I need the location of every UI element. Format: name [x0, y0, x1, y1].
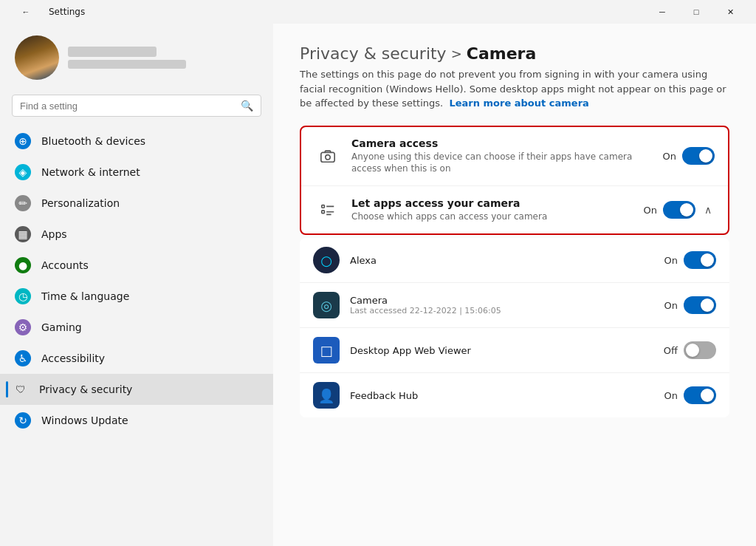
- app-icon-1: ◎: [313, 292, 340, 318]
- app-title: Settings: [49, 7, 85, 17]
- page-description: The settings on this page do not prevent…: [300, 67, 728, 111]
- nav-label-accessibility: Accessibility: [41, 352, 105, 364]
- sidebar-item-apps[interactable]: ▦Apps: [0, 219, 273, 250]
- app-status-3: On: [664, 390, 678, 401]
- app-control-2: Off: [664, 341, 716, 359]
- nav-icon-accounts: ●: [15, 257, 31, 273]
- app-row-3: 👤 Feedback Hub On: [300, 373, 729, 417]
- sidebar-item-accessibility[interactable]: ♿Accessibility: [0, 343, 273, 374]
- app-status-1: On: [664, 300, 678, 311]
- camera-access-control: On: [663, 147, 715, 165]
- camera-access-toggle[interactable]: [682, 147, 715, 165]
- nav-label-time: Time & language: [41, 290, 129, 302]
- titlebar: ← Settings ─ □ ✕: [0, 0, 756, 24]
- app-toggle-2[interactable]: [684, 341, 716, 359]
- close-button[interactable]: ✕: [713, 0, 747, 24]
- app-row-2: □ Desktop App Web Viewer Off: [300, 328, 729, 373]
- app-row-1: ◎ Camera Last accessed 22-12-2022 | 15:0…: [300, 283, 729, 328]
- app-toggle-thumb-2: [686, 344, 699, 357]
- camera-access-text: Camera access Anyone using this device c…: [351, 137, 653, 176]
- maximize-button[interactable]: □: [679, 0, 713, 24]
- app-name-0: Alexa: [350, 255, 654, 266]
- sidebar-item-accounts[interactable]: ●Accounts: [0, 250, 273, 281]
- nav-label-privacy: Privacy & security: [39, 383, 132, 395]
- app-icon-2: □: [313, 337, 340, 364]
- nav-icon-update: ↻: [15, 412, 31, 429]
- app-toggle-1[interactable]: [684, 296, 716, 314]
- nav-icon-privacy: 🛡: [13, 381, 29, 397]
- search-box[interactable]: 🔍: [12, 95, 261, 117]
- nav-label-update: Windows Update: [41, 414, 128, 426]
- nav-icon-time: ◷: [15, 288, 31, 304]
- learn-more-link[interactable]: Learn more about camera: [450, 98, 589, 109]
- app-toggle-thumb-3: [701, 389, 714, 402]
- nav-list: ⊕Bluetooth & devices◈Network & internet✏…: [0, 126, 273, 436]
- app-name-2: Desktop App Web Viewer: [350, 345, 653, 356]
- camera-access-status: On: [663, 151, 676, 162]
- camera-access-title: Camera access: [351, 137, 653, 149]
- sidebar-item-personalization[interactable]: ✏Personalization: [0, 188, 273, 219]
- let-apps-row: Let apps access your camera Choose which…: [301, 186, 728, 233]
- sidebar-item-network[interactable]: ◈Network & internet: [0, 157, 273, 188]
- breadcrumb-sep: >: [451, 46, 462, 61]
- app-text-3: Feedback Hub: [350, 390, 654, 401]
- svg-point-1: [326, 155, 330, 160]
- back-button[interactable]: ←: [9, 0, 43, 24]
- camera-access-toggle-thumb: [699, 149, 712, 163]
- search-container: 🔍: [0, 92, 273, 126]
- user-name: [68, 47, 157, 57]
- app-row-0: ○ Alexa On: [300, 238, 729, 283]
- camera-access-row: Camera access Anyone using this device c…: [301, 127, 728, 187]
- app-toggle-0[interactable]: [684, 251, 716, 269]
- camera-access-desc: Anyone using this device can choose if t…: [351, 151, 653, 176]
- avatar-image: [15, 35, 59, 80]
- nav-label-accounts: Accounts: [41, 259, 89, 271]
- main-content: Privacy & security > Camera The settings…: [273, 24, 756, 546]
- minimize-button[interactable]: ─: [645, 0, 679, 24]
- app-text-2: Desktop App Web Viewer: [350, 345, 653, 356]
- nav-icon-personalization: ✏: [15, 195, 31, 211]
- sidebar-item-gaming[interactable]: ⚙Gaming: [0, 312, 273, 343]
- app-icon-0: ○: [313, 247, 340, 273]
- app-control-3: On: [664, 386, 716, 404]
- app-status-2: Off: [664, 345, 678, 356]
- let-apps-text: Let apps access your camera Choose which…: [351, 197, 633, 223]
- sidebar-item-time[interactable]: ◷Time & language: [0, 281, 273, 312]
- let-apps-chevron[interactable]: ∧: [701, 202, 715, 217]
- app-toggle-thumb-1: [701, 298, 714, 312]
- svg-rect-0: [321, 153, 334, 163]
- let-apps-toggle[interactable]: [663, 201, 695, 219]
- breadcrumb: Privacy & security > Camera: [300, 44, 729, 63]
- app-list: ○ Alexa On ◎ Camera Last accessed 22-12-…: [300, 238, 729, 417]
- window-controls: ─ □ ✕: [645, 0, 747, 24]
- app-text-0: Alexa: [350, 255, 654, 266]
- nav-label-apps: Apps: [41, 228, 67, 240]
- nav-label-gaming: Gaming: [41, 321, 82, 333]
- user-email: [68, 60, 186, 69]
- nav-label-network: Network & internet: [41, 166, 140, 178]
- let-apps-toggle-thumb: [680, 203, 693, 216]
- app-toggle-3[interactable]: [684, 386, 716, 404]
- camera-access-card: Camera access Anyone using this device c…: [300, 126, 729, 236]
- nav-icon-gaming: ⚙: [15, 319, 31, 335]
- let-apps-status: On: [644, 205, 657, 216]
- app-name-3: Feedback Hub: [350, 390, 654, 401]
- svg-rect-2: [322, 205, 325, 208]
- search-icon: 🔍: [241, 100, 253, 112]
- app-body: 🔍 ⊕Bluetooth & devices◈Network & interne…: [0, 24, 756, 546]
- nav-label-bluetooth: Bluetooth & devices: [41, 135, 145, 147]
- sidebar-item-privacy[interactable]: 🛡Privacy & security: [0, 374, 273, 405]
- nav-icon-accessibility: ♿: [15, 350, 31, 366]
- nav-label-personalization: Personalization: [41, 197, 120, 209]
- app-text-1: Camera Last accessed 22-12-2022 | 15:06:…: [350, 295, 654, 315]
- sidebar-item-bluetooth[interactable]: ⊕Bluetooth & devices: [0, 126, 273, 157]
- search-input[interactable]: [20, 100, 235, 112]
- sidebar: 🔍 ⊕Bluetooth & devices◈Network & interne…: [0, 24, 273, 546]
- breadcrumb-current: Camera: [467, 44, 537, 63]
- app-icon-3: 👤: [313, 382, 340, 409]
- nav-icon-network: ◈: [15, 164, 31, 180]
- sidebar-item-update[interactable]: ↻Windows Update: [0, 405, 273, 436]
- app-status-0: On: [664, 255, 678, 266]
- titlebar-left: ← Settings: [9, 0, 85, 24]
- let-apps-icon: [315, 197, 341, 223]
